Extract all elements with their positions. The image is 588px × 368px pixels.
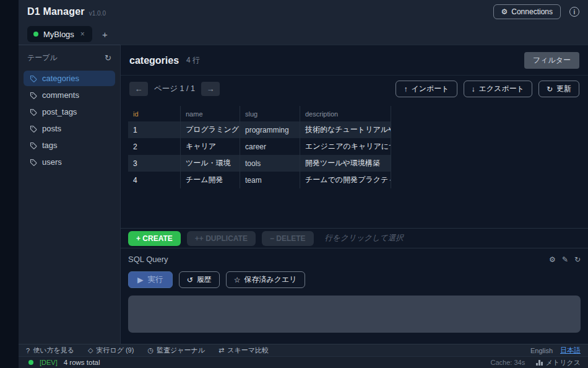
tag-icon <box>30 92 37 99</box>
tab-myblogs[interactable]: MyBlogs × <box>27 26 92 42</box>
play-icon: ▶ <box>137 275 144 284</box>
table-row[interactable]: 3ツール・環境tools開発ツールや環境構築 <box>128 155 391 172</box>
history-button[interactable]: ↺ 履歴 <box>179 271 220 288</box>
filter-button[interactable]: フィルター <box>524 52 579 69</box>
create-button[interactable]: + CREATE <box>128 231 181 246</box>
footer-link-label: 監査ジャーナル <box>157 346 205 355</box>
table-panel: categories 4 行 フィルター ← ページ 1 / 1 → ↑ インポ… <box>121 45 588 228</box>
row-actions-bar: + CREATE ++ DUPLICATE − DELETE 行をクリックして選… <box>121 228 588 248</box>
next-page-button[interactable]: → <box>201 82 220 96</box>
column-header-name[interactable]: name <box>181 106 240 121</box>
refresh-tables-icon[interactable]: ↻ <box>105 53 111 63</box>
table-cell[interactable]: team <box>240 172 300 188</box>
table-cell[interactable]: プログラミング <box>181 121 240 138</box>
connections-label: Connections <box>511 7 553 16</box>
run-query-button[interactable]: ▶ 実行 <box>128 271 173 288</box>
help-icon: ? <box>26 347 30 354</box>
sidebar-item-tags[interactable]: tags <box>24 138 115 153</box>
saved-queries-button[interactable]: ☆ 保存済みクエリ <box>226 271 305 288</box>
footer-link-audit-journal[interactable]: ◷監査ジャーナル <box>147 346 205 355</box>
audit-journal-icon: ◷ <box>147 346 153 354</box>
data-grid: idnameslugdescription1プログラミングprogramming… <box>128 106 391 188</box>
duplicate-button[interactable]: ++ DUPLICATE <box>187 231 256 246</box>
exec-log-icon: ◇ <box>88 346 93 354</box>
cache-indicator: Cache: 34s <box>491 359 525 366</box>
column-header-description[interactable]: description <box>300 106 391 121</box>
table-cell[interactable]: ツール・環境 <box>181 155 240 172</box>
tag-icon <box>30 142 37 149</box>
app-title: D1 Manager <box>27 6 85 17</box>
sql-title: SQL Query <box>128 255 168 264</box>
sidebar-item-posts[interactable]: posts <box>24 121 115 136</box>
table-cell[interactable]: 技術的なチュートリアルやTips <box>300 121 391 138</box>
column-header-slug[interactable]: slug <box>240 106 300 121</box>
delete-button[interactable]: − DELETE <box>262 231 314 246</box>
tag-icon <box>30 159 37 166</box>
sidebar-item-label: posts <box>42 124 61 133</box>
sidebar-item-label: tags <box>42 141 58 150</box>
sql-edit-icon[interactable]: ✎ <box>562 255 568 264</box>
table-cell[interactable]: チームでの開発プラクティス <box>300 172 391 188</box>
table-list: categoriescommentspost_tagspoststagsuser… <box>24 71 115 170</box>
lang-japanese-link[interactable]: 日本語 <box>560 346 581 355</box>
lang-english-link[interactable]: English <box>530 347 553 354</box>
tag-icon <box>30 125 37 133</box>
import-button[interactable]: ↑ インポート <box>396 81 457 97</box>
metrics-link[interactable]: メトリクス <box>536 358 581 367</box>
table-row[interactable]: 1プログラミングprogramming技術的なチュートリアルやTips <box>128 121 391 138</box>
main-panel: categories 4 行 フィルター ← ページ 1 / 1 → ↑ インポ… <box>121 45 588 344</box>
sidebar-item-categories[interactable]: categories <box>24 71 115 86</box>
footer-links: ?使い方を見る◇実行ログ (9)◷監査ジャーナル⇄スキーマ比較 <box>26 346 269 355</box>
table-header-row: idnameslugdescription <box>128 106 391 121</box>
table-row[interactable]: 4チーム開発teamチームでの開発プラクティス <box>128 172 391 188</box>
env-badge: [DEV] <box>40 359 58 366</box>
sidebar-item-label: users <box>42 157 62 167</box>
sql-refresh-icon[interactable]: ↻ <box>574 255 581 264</box>
run-label: 実行 <box>148 274 163 285</box>
sidebar-item-post_tags[interactable]: post_tags <box>24 104 115 120</box>
sql-settings-icon[interactable]: ⚙ <box>549 255 556 264</box>
sql-editor[interactable] <box>128 296 581 333</box>
table-cell[interactable]: キャリア <box>181 138 240 155</box>
sidebar-item-comments[interactable]: comments <box>24 87 115 103</box>
footer-link-label: スキーマ比較 <box>227 346 269 355</box>
table-cell[interactable]: career <box>240 138 300 155</box>
add-tab-button[interactable]: + <box>98 29 111 40</box>
env-status-dot <box>28 360 33 365</box>
table-cell[interactable]: 1 <box>128 121 181 138</box>
saved-queries-label: 保存済みクエリ <box>244 274 296 285</box>
column-header-id[interactable]: id <box>128 106 181 121</box>
table-cell[interactable]: チーム開発 <box>181 172 240 188</box>
table-cell[interactable]: 4 <box>128 172 181 188</box>
footer-link-exec-log[interactable]: ◇実行ログ (9) <box>88 346 134 355</box>
status-bar: [DEV] 4 rows total Cache: 34s メトリクス <box>19 356 588 368</box>
tab-bar: MyBlogs × + <box>19 24 588 45</box>
history-label: 履歴 <box>197 274 212 285</box>
prev-page-button[interactable]: ← <box>129 82 148 96</box>
page-title: categories <box>129 55 179 66</box>
tag-icon <box>30 75 37 82</box>
table-row[interactable]: 2キャリアcareerエンジニアのキャリアについて <box>128 138 391 155</box>
app-version: v1.0.0 <box>89 10 106 17</box>
table-cell[interactable]: tools <box>240 155 300 172</box>
download-icon: ↓ <box>472 85 475 94</box>
refresh-label: 更新 <box>556 84 571 94</box>
page-indicator: ページ 1 / 1 <box>154 84 195 94</box>
info-icon[interactable]: i <box>569 7 579 17</box>
footer-link-schema-compare[interactable]: ⇄スキーマ比較 <box>218 346 269 355</box>
selection-hint: 行をクリックして選択 <box>325 233 404 243</box>
table-cell[interactable]: 3 <box>128 155 181 172</box>
tab-label: MyBlogs <box>43 30 74 39</box>
refresh-button[interactable]: ↻ 更新 <box>538 81 579 97</box>
sidebar-item-users[interactable]: users <box>24 154 115 170</box>
table-cell[interactable]: エンジニアのキャリアについて <box>300 138 391 155</box>
table-cell[interactable]: 2 <box>128 138 181 155</box>
metrics-label: メトリクス <box>546 358 581 367</box>
close-tab-icon[interactable]: × <box>79 30 86 38</box>
gear-icon: ⚙ <box>501 7 508 16</box>
export-button[interactable]: ↓ エクスポート <box>464 81 532 97</box>
table-cell[interactable]: programming <box>240 121 300 138</box>
footer-link-help[interactable]: ?使い方を見る <box>26 346 74 355</box>
connections-button[interactable]: ⚙ Connections <box>493 4 561 19</box>
table-cell[interactable]: 開発ツールや環境構築 <box>300 155 391 172</box>
